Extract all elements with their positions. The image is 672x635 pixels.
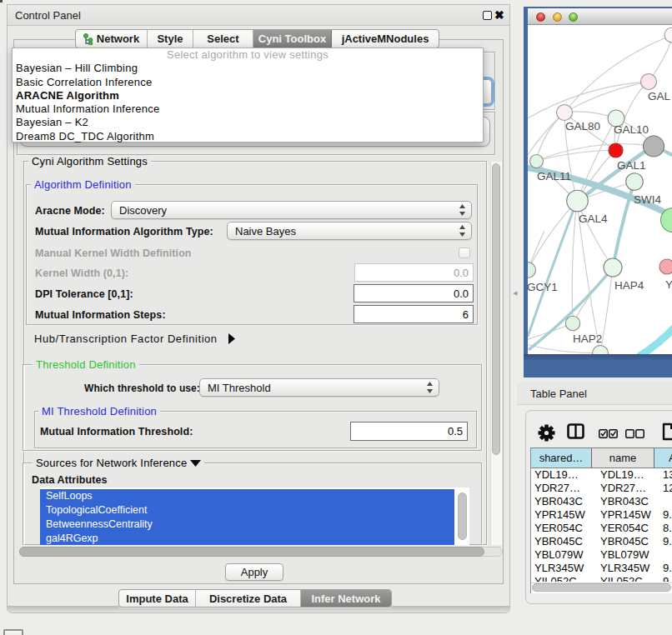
table-cell: YBR043C <box>600 495 649 508</box>
kernel-width-label: Kernel Width (0,1): <box>35 268 128 279</box>
tab-infer-network[interactable]: Infer Network <box>301 590 391 607</box>
tab-impute-data[interactable]: Impute Data <box>119 590 196 607</box>
control-panel-titlebar[interactable] <box>7 4 510 26</box>
bottom-left-partial-button[interactable] <box>3 629 23 635</box>
network-node[interactable] <box>567 190 589 212</box>
aracne-mode-label: Aracne Mode: <box>35 205 105 217</box>
dropdown-item[interactable]: Basic Correlation Inference <box>13 76 483 89</box>
table-cell: 12 <box>663 482 672 495</box>
network-window-titlebar[interactable] <box>528 8 672 25</box>
screenshot-stage: Control Panel ✖ Network Style Select Cyn… <box>0 0 672 635</box>
mi-threshold-group-title: MI Threshold Definition <box>38 405 160 418</box>
close-traffic-light[interactable] <box>536 12 545 22</box>
table-body[interactable]: YDL19…YDL19…13YDR27…YDR27…12YBR043CYBR04… <box>531 468 672 582</box>
hub-expand-arrow-icon[interactable] <box>228 332 236 348</box>
column-header-name[interactable]: name <box>592 448 654 468</box>
network-node[interactable] <box>626 173 644 191</box>
aracne-mode-combobox[interactable]: Discovery <box>111 201 472 219</box>
table-row[interactable]: YER054CYER054C8. <box>531 522 672 535</box>
close-icon[interactable]: ✖ <box>494 8 504 22</box>
minimize-traffic-light[interactable] <box>553 12 562 22</box>
settings-horizontal-scrollbar-thumb[interactable] <box>19 547 484 557</box>
column-header-shared-name[interactable]: shared… <box>531 448 592 468</box>
tab-jactivemnodules[interactable]: jActiveMNodules <box>332 30 439 48</box>
network-node-label: HAP2 <box>573 332 602 345</box>
dpi-tolerance-input[interactable]: 0.0 <box>354 284 474 302</box>
float-window-icon[interactable] <box>483 11 492 20</box>
attribute-list-item[interactable]: BetweennessCentrality <box>40 518 454 532</box>
gear-icon[interactable] <box>538 424 555 445</box>
settings-vertical-scrollbar-thumb[interactable] <box>492 163 500 455</box>
network-node[interactable] <box>641 74 657 90</box>
mi-threshold-label: Mutual Information Threshold: <box>40 426 193 438</box>
network-node[interactable] <box>593 346 609 355</box>
dropdown-placeholder-item[interactable]: Select algorithm to view settings <box>13 48 483 62</box>
select-all-checkboxes-icon[interactable] <box>599 427 618 442</box>
table-row[interactable]: YBR045CYBR045C9. <box>531 535 672 548</box>
network-node[interactable] <box>659 259 672 274</box>
collapse-arrow-icon <box>190 460 201 467</box>
table-cell: 9. <box>663 535 672 548</box>
table-row[interactable]: YPR145WYPR145W9. <box>531 508 672 522</box>
mi-threshold-input[interactable]: 0.5 <box>350 422 468 441</box>
dropdown-item[interactable]: ARACNE Algorithm <box>13 89 483 102</box>
manual-kernel-checkbox[interactable] <box>459 248 470 258</box>
zoom-traffic-light[interactable] <box>569 12 578 22</box>
mi-type-combobox[interactable]: Naive Bayes <box>227 222 472 240</box>
dropdown-item[interactable]: Bayesian – K2 <box>13 116 483 129</box>
table-row[interactable]: YLR345WYLR345W9. <box>531 562 672 575</box>
column-header-a[interactable]: A <box>654 448 672 468</box>
unselect-all-checkboxes-icon[interactable] <box>625 427 644 442</box>
network-canvas[interactable]: GALGAL80GAL10GAL1GAL11SWI4GAL4GCY1HAP4YH… <box>528 25 672 354</box>
network-node[interactable] <box>664 28 672 42</box>
table-row[interactable]: YIL052CYIL052C9 <box>531 575 672 582</box>
threshold-definition-title: Threshold Definition <box>33 358 139 371</box>
hub-definition-label: Hub/Transcription Factor Definition <box>34 332 218 345</box>
table-row[interactable]: YDR27…YDR27…12 <box>531 482 672 495</box>
data-attributes-list[interactable]: SelfLoopsTopologicalCoefficientBetweenne… <box>40 488 469 545</box>
manual-kernel-label: Manual Kernel Width Definition <box>35 248 192 259</box>
new-file-icon[interactable] <box>661 422 672 444</box>
network-node[interactable] <box>644 136 664 157</box>
attribute-list-item[interactable]: gal4RGexp <box>40 532 454 545</box>
table-horizontal-scrollbar-thumb[interactable] <box>532 583 671 592</box>
tab-style[interactable]: Style <box>148 30 193 48</box>
attribute-list-item[interactable]: TopologicalCoefficient <box>40 503 454 518</box>
mi-steps-input[interactable]: 6 <box>354 305 474 323</box>
dropdown-item[interactable]: Dream8 DC_TDC Algorithm <box>13 130 483 143</box>
network-node[interactable] <box>530 155 544 168</box>
table-cell: 13 <box>663 468 672 482</box>
dropdown-item[interactable]: Mutual Information Inference <box>13 102 483 116</box>
network-tab-icon <box>83 33 93 45</box>
table-cell: 8. <box>663 522 672 535</box>
which-threshold-combobox[interactable]: MI Threshold <box>199 378 439 397</box>
table-row[interactable]: YDL19…YDL19…13 <box>531 468 672 482</box>
sources-group-title[interactable]: Sources for Network Inference <box>33 457 204 469</box>
network-node[interactable] <box>604 258 622 277</box>
table-row[interactable]: YBR043CYBR043C <box>531 495 672 508</box>
table-cell: YPR145W <box>600 508 651 522</box>
splitter-handle[interactable]: ◀ <box>513 289 519 298</box>
network-node[interactable] <box>557 105 573 121</box>
apply-button[interactable]: Apply <box>225 563 283 581</box>
network-node[interactable] <box>565 316 579 330</box>
tab-network[interactable]: Network <box>76 30 148 48</box>
table-cell: YDR27… <box>600 482 646 495</box>
network-node-label: GAL1 <box>617 159 646 172</box>
kernel-width-input[interactable]: 0.0 <box>354 263 474 282</box>
attribute-list-item[interactable]: SelfLoops <box>40 489 454 503</box>
dropdown-item[interactable]: Bayesian – Hill Climbing <box>13 62 483 75</box>
corner-mark <box>0 0 3 2</box>
table-cell: YDL19… <box>534 468 579 482</box>
table-row[interactable]: YBL079WYBL079W <box>531 548 672 562</box>
network-node[interactable] <box>609 143 623 158</box>
mi-steps-label: Mutual Information Steps: <box>35 309 166 321</box>
table-cell: YER054C <box>600 522 649 535</box>
attributes-list-scrollbar[interactable] <box>458 492 467 540</box>
tab-cyni-toolbox[interactable]: Cyni Toolbox <box>253 30 332 48</box>
columns-icon[interactable] <box>567 423 584 442</box>
tab-discretize-data[interactable]: Discretize Data <box>196 590 301 607</box>
tab-select[interactable]: Select <box>193 30 253 48</box>
table-cell: YDL19… <box>600 468 644 482</box>
network-node[interactable] <box>528 262 536 278</box>
